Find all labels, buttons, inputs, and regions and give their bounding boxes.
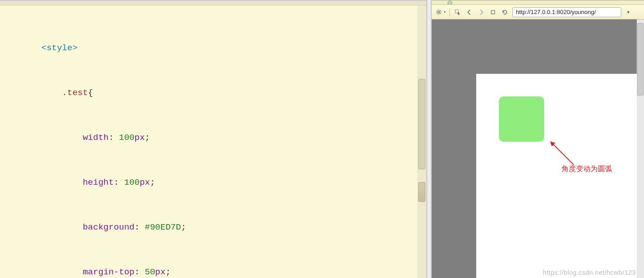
page-scrollbar[interactable] xyxy=(637,19,644,278)
app-root: <style> .test{ width: 100px; height: 100… xyxy=(0,0,644,278)
prop-background: background xyxy=(83,222,134,232)
prop-width: width xyxy=(83,133,108,143)
svg-line-9 xyxy=(440,14,440,14)
rendered-page: 角度变动为圆弧 xyxy=(476,74,637,278)
editor-panel: <style> .test{ width: 100px; height: 100… xyxy=(0,0,426,278)
browser-tab[interactable] xyxy=(432,0,644,5)
toolbar-separator xyxy=(449,8,450,16)
scrollbar-grip[interactable] xyxy=(418,182,425,202)
annotation-text: 角度变动为圆弧 xyxy=(561,164,612,174)
svg-line-10 xyxy=(437,14,437,14)
gear-icon[interactable] xyxy=(434,8,443,16)
svg-point-1 xyxy=(449,1,451,5)
browser-toolbar: ▾ http://127.0.0.1:8020/younong/ ▾ xyxy=(432,5,644,19)
prop-height: height xyxy=(83,177,113,187)
select-element-icon[interactable] xyxy=(454,8,462,16)
editor-scrollbar[interactable] xyxy=(417,5,426,278)
page-scrollbar-thumb[interactable] xyxy=(637,23,644,96)
svg-line-11 xyxy=(440,10,440,10)
url-dropdown-icon[interactable]: ▾ xyxy=(625,9,631,16)
test-box xyxy=(499,96,544,142)
svg-line-8 xyxy=(437,10,437,10)
watermark-text: https://blog.csdn.net/hcwbr123 xyxy=(543,269,636,276)
svg-point-0 xyxy=(448,1,452,5)
svg-line-14 xyxy=(552,144,574,165)
stop-icon[interactable] xyxy=(489,8,497,16)
prop-margin-top: margin-top xyxy=(83,267,134,277)
globe-icon xyxy=(447,0,453,5)
browser-viewport: 角度变动为圆弧 xyxy=(432,19,644,278)
svg-rect-13 xyxy=(492,10,495,14)
back-arrow-icon[interactable] xyxy=(465,8,473,16)
url-text: http://127.0.0.1:8020/younong/ xyxy=(516,9,595,15)
svg-point-3 xyxy=(438,11,440,13)
url-input[interactable]: http://127.0.0.1:8020/younong/ xyxy=(512,7,621,17)
brace-open: { xyxy=(88,88,93,98)
forward-arrow-icon[interactable] xyxy=(477,8,485,16)
pane-divider[interactable] xyxy=(426,0,432,278)
code-area[interactable]: <style> .test{ width: 100px; height: 100… xyxy=(0,5,417,278)
scrollbar-thumb[interactable] xyxy=(418,79,425,169)
css-selector: .test xyxy=(62,88,88,98)
editor-ruler xyxy=(0,1,426,5)
refresh-icon[interactable] xyxy=(501,8,509,16)
browser-panel: ▾ http://127.0.0.1:8020/younong/ ▾ xyxy=(432,0,644,278)
tag-open: <style> xyxy=(41,43,78,53)
